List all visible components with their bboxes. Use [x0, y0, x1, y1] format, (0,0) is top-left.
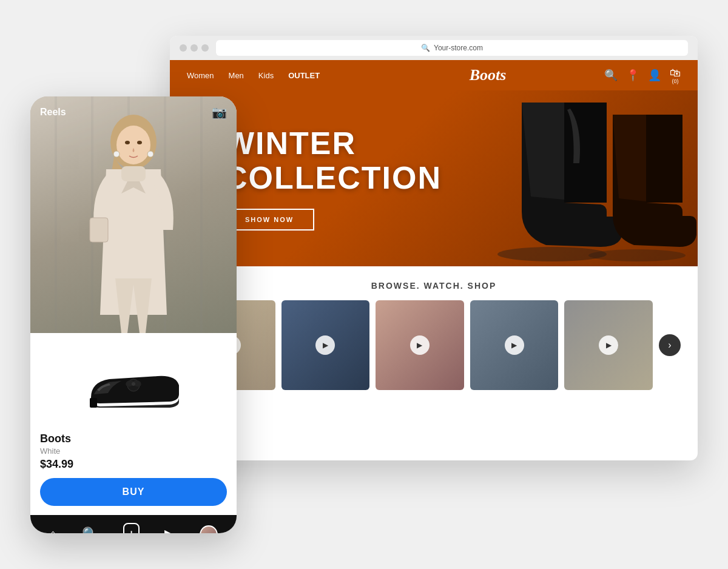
nav-women[interactable]: Women: [187, 71, 214, 80]
svg-point-1: [588, 249, 686, 261]
play-button-2[interactable]: ▶: [315, 335, 335, 355]
mobile-app: Reels 📷: [30, 96, 237, 533]
reels-nav-icon[interactable]: ▶: [164, 527, 175, 533]
nav-icons: 🔍 📍 👤 🛍 (0): [604, 67, 681, 84]
svg-point-19: [113, 151, 120, 157]
browser-window: 🔍 Your-store.com Women Men Kids OUTLET B…: [170, 36, 698, 460]
add-nav-icon[interactable]: +: [123, 523, 140, 534]
product-color: White: [40, 446, 227, 456]
video-thumb-2[interactable]: ▶: [281, 300, 370, 390]
buy-button[interactable]: BUY: [40, 478, 227, 506]
search-icon: 🔍: [421, 44, 430, 52]
account-icon[interactable]: 👤: [648, 69, 661, 82]
browse-section: BROWSE. WATCH. SHOP ▶ ▶ ▶ ▶ ▶: [170, 266, 698, 402]
product-image-area: [40, 343, 227, 428]
video-thumb-5[interactable]: ▶: [564, 300, 653, 390]
search-nav-icon[interactable]: 🔍: [82, 527, 98, 533]
url-text: Your-store.com: [434, 44, 483, 52]
browse-title: BROWSE. WATCH. SHOP: [187, 281, 681, 291]
browser-chrome: 🔍 Your-store.com: [170, 36, 698, 60]
svg-point-15: [125, 141, 130, 144]
search-nav-icon[interactable]: 🔍: [604, 69, 618, 82]
cart-count: (0): [670, 78, 681, 84]
svg-rect-18: [90, 218, 108, 242]
reels-label: Reels: [40, 107, 66, 118]
hero-title-line2: COLLECTION: [224, 161, 442, 195]
browser-address-bar[interactable]: 🔍 Your-store.com: [216, 40, 688, 56]
svg-rect-2: [55, 96, 57, 333]
play-button-4[interactable]: ▶: [505, 335, 524, 355]
svg-point-24: [132, 382, 135, 386]
product-price: $34.99: [40, 458, 227, 471]
home-nav-icon[interactable]: ⌂: [49, 527, 57, 533]
show-now-button[interactable]: SHOW NOW: [224, 209, 314, 231]
cart-icon[interactable]: 🛍 (0): [670, 67, 681, 84]
svg-point-16: [137, 141, 142, 144]
product-name: Boots: [40, 433, 227, 445]
dot-yellow: [190, 44, 198, 52]
video-thumb-4[interactable]: ▶: [470, 300, 559, 390]
store-nav: Women Men Kids OUTLET Boots 🔍 📍 👤 🛍 (0): [170, 60, 698, 90]
dot-red: [180, 44, 187, 52]
hero-title-line1: WINTER: [224, 126, 442, 161]
hero-title: WINTER COLLECTION: [224, 126, 442, 195]
camera-icon[interactable]: 📷: [212, 105, 227, 120]
mobile-bottom-nav: ⌂ 🔍 + ▶: [30, 515, 237, 533]
location-icon[interactable]: 📍: [626, 69, 639, 82]
svg-rect-25: [90, 398, 97, 408]
profile-avatar[interactable]: [200, 525, 218, 533]
product-card: Boots White $34.99 BUY: [30, 333, 237, 515]
svg-point-20: [147, 151, 153, 157]
video-thumb-3[interactable]: ▶: [376, 300, 464, 390]
scene: 🔍 Your-store.com Women Men Kids OUTLET B…: [30, 36, 698, 533]
browser-body: Women Men Kids OUTLET Boots 🔍 📍 👤 🛍 (0): [170, 60, 698, 460]
nav-kids[interactable]: Kids: [258, 71, 274, 80]
svg-point-14: [116, 126, 150, 164]
nav-outlet[interactable]: OUTLET: [288, 71, 320, 80]
hero-banner: WINTER COLLECTION SHOW NOW: [170, 90, 698, 266]
play-button-3[interactable]: ▶: [410, 335, 430, 355]
store-logo: Boots: [371, 66, 604, 84]
hero-boots-image: [443, 90, 698, 266]
browser-dots: [180, 44, 209, 52]
mobile-story: Reels 📷: [30, 96, 237, 333]
story-header: Reels 📷: [30, 96, 237, 128]
svg-rect-6: [200, 96, 203, 333]
next-button[interactable]: ›: [659, 334, 681, 356]
dot-green: [201, 44, 209, 52]
video-row: ▶ ▶ ▶ ▶ ▶ ›: [187, 300, 681, 390]
nav-men[interactable]: Men: [229, 71, 244, 80]
play-button-5[interactable]: ▶: [599, 335, 618, 355]
svg-rect-17: [121, 166, 146, 181]
